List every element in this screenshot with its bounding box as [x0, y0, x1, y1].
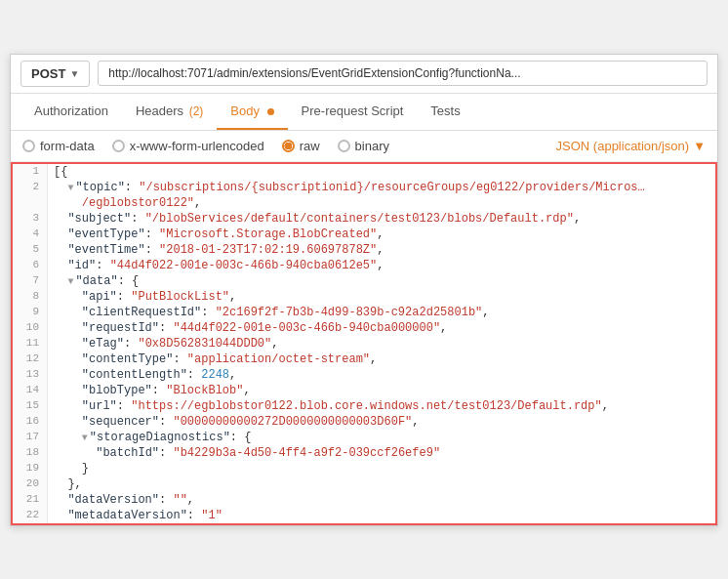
table-row: 1 [{	[13, 164, 715, 180]
tabs-row: Authorization Headers (2) Body Pre-reque…	[11, 94, 717, 131]
method-label: POST	[31, 66, 65, 81]
radio-urlencoded[interactable]	[112, 140, 125, 152]
url-input[interactable]: http://localhost:7071/admin/extensions/E…	[98, 61, 708, 86]
radio-binary[interactable]	[338, 140, 350, 152]
table-row: 21 "dataVersion": "",	[13, 492, 715, 508]
tab-authorization[interactable]: Authorization	[20, 94, 122, 130]
tab-headers[interactable]: Headers (2)	[122, 94, 217, 130]
method-chevron-icon: ▼	[69, 68, 79, 79]
code-lines: 1 [{ 2 ▼"topic": "/subscriptions/{subscr…	[13, 164, 715, 523]
method-dropdown[interactable]: POST ▼	[20, 61, 90, 87]
table-row: 7 ▼"data": {	[13, 273, 715, 289]
option-form-data[interactable]: form-data	[22, 139, 95, 153]
option-binary[interactable]: binary	[338, 139, 389, 153]
table-row: 16 "sequencer": "00000000000272D00000000…	[13, 414, 715, 430]
table-row: 22 "metadataVersion": "1"	[13, 508, 715, 523]
table-row: 2 ▼"topic": "/subscriptions/{subscriptio…	[13, 180, 715, 195]
option-raw[interactable]: raw	[282, 139, 320, 153]
code-editor[interactable]: 1 [{ 2 ▼"topic": "/subscriptions/{subscr…	[11, 162, 717, 525]
table-row: 8 "api": "PutBlockList",	[13, 289, 715, 305]
option-urlencoded[interactable]: x-www-form-urlencoded	[112, 139, 264, 153]
headers-badge: (2)	[189, 104, 204, 118]
table-row: 13 "contentLength": 2248,	[13, 367, 715, 383]
tab-prerequest[interactable]: Pre-request Script	[288, 94, 418, 130]
body-options-row: form-data x-www-form-urlencoded raw bina…	[11, 131, 717, 162]
table-row: 15 "url": "https://egblobstor0122.blob.c…	[13, 398, 715, 414]
table-row: 6 "id": "44d4f022-001e-003c-466b-940cba0…	[13, 258, 715, 273]
table-row: 9 "clientRequestId": "2c169f2f-7b3b-4d99…	[13, 305, 715, 320]
table-row: 11 "eTag": "0x8D562831044DDD0",	[13, 336, 715, 352]
table-row: 17 ▼"storageDiagnostics": {	[13, 430, 715, 445]
table-row: 19 }	[13, 461, 715, 476]
tab-tests[interactable]: Tests	[417, 94, 473, 130]
body-dot	[267, 108, 274, 115]
table-row: /egblobstor0122",	[13, 195, 715, 211]
main-window: POST ▼ http://localhost:7071/admin/exten…	[10, 54, 718, 526]
table-row: 5 "eventTime": "2018-01-23T17:02:19.6069…	[13, 242, 715, 258]
table-row: 4 "eventType": "Microsoft.Storage.BlobCr…	[13, 227, 715, 242]
radio-raw[interactable]	[282, 140, 295, 152]
top-bar: POST ▼ http://localhost:7071/admin/exten…	[11, 55, 717, 94]
radio-form-data[interactable]	[22, 140, 35, 152]
table-row: 14 "blobType": "BlockBlob",	[13, 383, 715, 398]
json-type-dropdown[interactable]: JSON (application/json) ▼	[556, 139, 706, 153]
table-row: 3 "subject": "/blobServices/default/cont…	[13, 211, 715, 227]
table-row: 18 "batchId": "b4229b3a-4d50-4ff4-a9f2-0…	[13, 445, 715, 461]
tab-body[interactable]: Body	[217, 94, 287, 130]
table-row: 10 "requestId": "44d4f022-001e-003c-466b…	[13, 320, 715, 336]
json-chevron-icon: ▼	[693, 139, 706, 153]
table-row: 12 "contentType": "application/octet-str…	[13, 352, 715, 367]
table-row: 20 },	[13, 476, 715, 492]
